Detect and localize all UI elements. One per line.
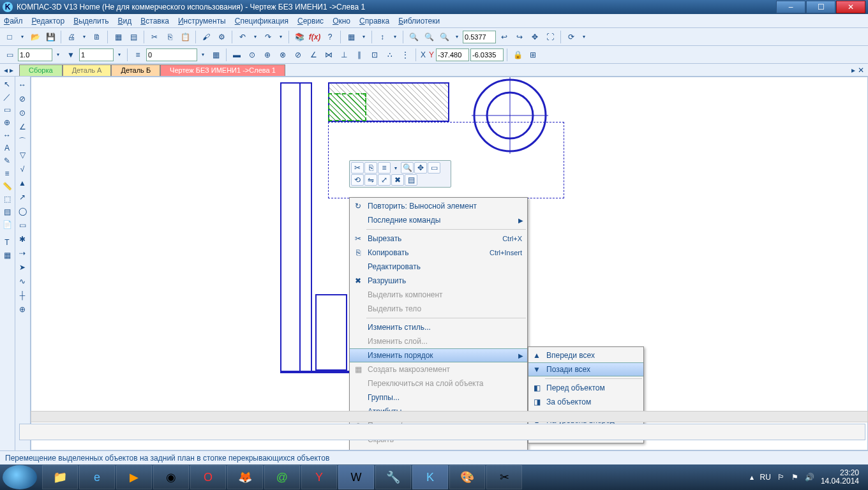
cut-line-icon[interactable]: ⇢ bbox=[15, 246, 29, 260]
task-explorer-icon[interactable]: 📁 bbox=[42, 465, 78, 489]
help-icon[interactable]: ? bbox=[323, 30, 337, 44]
task-yandex-icon[interactable]: Y bbox=[301, 465, 337, 489]
menu-Библиотеки[interactable]: Библиотеки bbox=[398, 17, 440, 26]
sheet-icon[interactable]: ▤ bbox=[126, 30, 140, 44]
cut-icon[interactable]: ✂ bbox=[147, 30, 161, 44]
menu-Инструменты[interactable]: Инструменты bbox=[178, 17, 226, 26]
report-icon[interactable]: 📄 bbox=[0, 218, 14, 231]
param-icon[interactable]: ≡ bbox=[0, 167, 14, 180]
wave-icon[interactable]: ∿ bbox=[15, 274, 29, 288]
fb-prp-icon[interactable]: ▤ bbox=[405, 174, 417, 186]
doc-tab[interactable]: Деталь Б bbox=[111, 64, 160, 76]
paste-icon[interactable]: 📋 bbox=[178, 30, 192, 44]
minimize-button[interactable]: – bbox=[776, 1, 805, 13]
rad-icon[interactable]: ⊙ bbox=[15, 106, 29, 120]
doc-tab[interactable]: Сборка bbox=[19, 64, 63, 76]
task-mail-icon[interactable]: @ bbox=[264, 465, 300, 489]
tab-scroll-right-icon[interactable]: ▸ bbox=[851, 66, 855, 75]
tol-icon[interactable]: ▭ bbox=[15, 218, 29, 232]
close-button[interactable]: ✕ bbox=[836, 1, 865, 13]
shapes-icon[interactable]: ▭ bbox=[0, 103, 14, 116]
seg-icon[interactable]: ↔ bbox=[15, 78, 29, 92]
menu-item[interactable]: ≣Добавить объект спецификации... bbox=[350, 447, 527, 450]
snap10-icon[interactable]: ∴ bbox=[383, 48, 397, 62]
maximize-button[interactable]: ☐ bbox=[806, 1, 835, 13]
task-kompas-icon[interactable]: K bbox=[412, 465, 448, 489]
undo-icon[interactable]: ↶ bbox=[236, 30, 250, 44]
menu-item[interactable]: Изменить стиль... bbox=[350, 320, 527, 334]
snap2-icon[interactable]: ⊕ bbox=[260, 48, 274, 62]
step-input[interactable] bbox=[79, 48, 114, 61]
scale-icon[interactable]: ▭ bbox=[3, 48, 17, 62]
menu-item[interactable]: ⎘КопироватьCtrl+Insert bbox=[350, 246, 527, 260]
task-snip-icon[interactable]: ✂ bbox=[486, 465, 522, 489]
menu-item[interactable]: ◨За объектом bbox=[528, 395, 643, 409]
fb-copy-icon[interactable]: ⎘ bbox=[364, 162, 377, 174]
start-button[interactable] bbox=[3, 465, 37, 489]
diam-icon[interactable]: ⊘ bbox=[15, 92, 29, 106]
snap6-icon[interactable]: ⋈ bbox=[322, 48, 336, 62]
menu-Выделить[interactable]: Выделить bbox=[73, 17, 108, 26]
zoom-win-icon[interactable]: 🔍 bbox=[422, 30, 436, 44]
fb-rbr-icon[interactable]: ▭ bbox=[428, 162, 440, 174]
menu-Редактор[interactable]: Редактор bbox=[32, 17, 65, 26]
zoom-input[interactable] bbox=[463, 31, 496, 43]
ht-icon[interactable]: ▽ bbox=[15, 148, 29, 162]
save-icon[interactable]: 💾 bbox=[43, 30, 57, 44]
snap5-icon[interactable]: ∠ bbox=[306, 48, 320, 62]
property-panel[interactable] bbox=[19, 424, 865, 440]
fb-cut-icon[interactable]: ✂ bbox=[351, 162, 364, 174]
measure-icon[interactable]: 📏 bbox=[0, 180, 14, 193]
fb-move-icon[interactable]: ✥ bbox=[414, 162, 427, 174]
zoom-next-icon[interactable]: ↪ bbox=[513, 30, 527, 44]
menu-item[interactable]: ✖Разрушить bbox=[350, 274, 527, 288]
print-icon[interactable]: 🖨 bbox=[64, 30, 79, 44]
fb-style-icon[interactable]: ≡ bbox=[378, 162, 391, 174]
menu-Сервис[interactable]: Сервис bbox=[297, 17, 324, 26]
menu-Справка[interactable]: Справка bbox=[359, 17, 389, 26]
grid2-icon[interactable]: ▦ bbox=[344, 30, 358, 44]
base-icon[interactable]: ▲ bbox=[15, 176, 29, 190]
text-icon[interactable]: A bbox=[0, 142, 14, 154]
t-text-icon[interactable]: T bbox=[0, 236, 14, 249]
task-media-icon[interactable]: ▶ bbox=[116, 465, 152, 489]
menu-item[interactable]: ↻Повторить: Выносной элемент bbox=[350, 199, 527, 213]
snap9-icon[interactable]: ⊡ bbox=[368, 48, 382, 62]
task-firefox-icon[interactable]: 🦊 bbox=[227, 465, 263, 489]
step-icon[interactable]: ▼ bbox=[64, 48, 78, 62]
copy-icon[interactable]: ⎘ bbox=[163, 30, 177, 44]
snap3-icon[interactable]: ⊗ bbox=[276, 48, 290, 62]
tab-close-icon[interactable]: ✕ bbox=[858, 66, 864, 75]
task-paint-icon[interactable]: 🎨 bbox=[449, 465, 485, 489]
zoom-in-icon[interactable]: 🔍 bbox=[407, 30, 421, 44]
fb-mir-icon[interactable]: ⇋ bbox=[364, 174, 377, 186]
arc-icon[interactable]: ⌒ bbox=[15, 134, 29, 148]
task-word-icon[interactable]: W bbox=[338, 465, 374, 489]
task-ie-icon[interactable]: e bbox=[79, 465, 115, 489]
select-icon[interactable]: ⬚ bbox=[0, 193, 14, 205]
brush-icon[interactable]: 🖌 bbox=[199, 30, 213, 44]
fb-scl-icon[interactable]: ⤢ bbox=[378, 174, 391, 186]
snap4-icon[interactable]: ⊘ bbox=[291, 48, 305, 62]
fb-del-icon[interactable]: ✖ bbox=[391, 174, 404, 186]
lib-icon[interactable]: 📚 bbox=[292, 30, 306, 44]
props-icon[interactable]: ⚙ bbox=[214, 30, 228, 44]
cursor-icon[interactable]: ↖ bbox=[0, 78, 14, 91]
ortho-icon[interactable]: ↕ bbox=[375, 30, 389, 44]
axis-icon[interactable]: ┼ bbox=[15, 288, 29, 302]
style-icon[interactable]: ▬ bbox=[230, 48, 244, 62]
vars-icon[interactable]: f(x) bbox=[308, 30, 322, 44]
tray-vol-icon[interactable]: 🔊 bbox=[805, 473, 814, 482]
fb-zoom-icon[interactable]: 🔍 bbox=[401, 162, 414, 174]
drawing-canvas[interactable]: ✂ ⎘ ≡▾ 🔍 ✥ ▭ ⟲ ⇋ ⤢ ✖ ▤ ↻Повторить: Вынос… bbox=[31, 77, 868, 450]
tray-flag-icon[interactable]: 🏳 bbox=[777, 473, 785, 482]
refresh-icon[interactable]: ⟳ bbox=[564, 30, 578, 44]
lock-icon[interactable]: 🔒 bbox=[511, 48, 525, 62]
rough-icon[interactable]: √ bbox=[15, 162, 29, 176]
coord-y-input[interactable] bbox=[470, 48, 504, 61]
line-icon[interactable]: ／ bbox=[0, 91, 14, 103]
pan-icon[interactable]: ✥ bbox=[528, 30, 542, 44]
menu-Окно[interactable]: Окно bbox=[333, 17, 350, 26]
menu-Вид[interactable]: Вид bbox=[118, 17, 132, 26]
task-opera-icon[interactable]: O bbox=[190, 465, 226, 489]
